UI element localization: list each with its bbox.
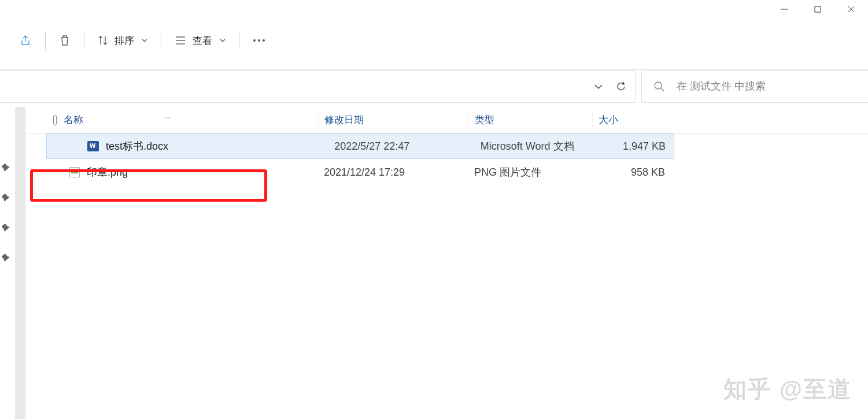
file-row[interactable]: test标书.docx 2022/5/27 22:47 Microsoft Wo… — [46, 134, 674, 159]
file-size-cell: 958 KB — [592, 166, 673, 179]
sort-icon — [97, 35, 109, 46]
toolbar: 排序 查看 — [0, 22, 868, 59]
window-controls — [767, 0, 868, 18]
sidebar — [0, 107, 16, 419]
pin-icon[interactable] — [1, 192, 12, 203]
column-header-type[interactable]: 类型 — [468, 113, 592, 127]
select-all-checkbox[interactable] — [25, 115, 57, 125]
chevron-down-icon — [219, 37, 226, 44]
toolbar-separator — [239, 31, 239, 50]
search-icon — [653, 81, 665, 92]
watermark-text: 知乎 @至道 — [723, 373, 852, 405]
refresh-icon[interactable] — [615, 81, 627, 92]
column-header-name[interactable]: 名称 ︿ — [57, 113, 318, 127]
file-size-cell: 1,947 KB — [595, 140, 674, 153]
sidebar-divider — [15, 107, 25, 419]
toolbar-separator — [45, 31, 46, 50]
column-name-label: 名称 — [64, 114, 83, 125]
file-name: test标书.docx — [106, 139, 168, 153]
maximize-icon — [814, 5, 822, 13]
file-row[interactable]: 印章.png 2021/12/24 17:29 PNG 图片文件 958 KB — [25, 159, 868, 186]
file-list-area: 名称 ︿ 修改日期 类型 大小 test标书.docx 2022/5/27 22… — [25, 107, 868, 419]
sort-button[interactable]: 排序 — [89, 27, 156, 54]
pin-icon[interactable] — [1, 162, 12, 173]
minimize-icon — [780, 5, 788, 13]
sort-label: 排序 — [114, 34, 134, 47]
minimize-button[interactable] — [767, 0, 801, 18]
svg-point-10 — [655, 82, 662, 89]
view-label: 查看 — [193, 34, 212, 47]
search-input[interactable] — [677, 80, 868, 92]
column-modified-label: 修改日期 — [324, 114, 364, 125]
svg-point-7 — [253, 39, 256, 42]
file-modified-cell: 2021/12/24 17:29 — [318, 166, 468, 179]
toolbar-separator — [161, 31, 161, 50]
close-button[interactable] — [834, 0, 868, 18]
view-button[interactable]: 查看 — [166, 27, 234, 54]
ellipsis-icon — [252, 38, 266, 43]
more-button[interactable] — [244, 27, 274, 54]
pin-icon[interactable] — [1, 223, 12, 233]
address-bar[interactable] — [0, 71, 636, 103]
file-name-cell[interactable]: 印章.png — [57, 165, 318, 179]
close-icon — [847, 5, 855, 13]
delete-button[interactable] — [50, 27, 79, 54]
svg-point-8 — [258, 39, 260, 42]
chevron-down-icon — [141, 37, 148, 44]
column-headers: 名称 ︿ 修改日期 类型 大小 — [25, 107, 868, 134]
file-name: 印章.png — [87, 165, 128, 179]
column-header-size[interactable]: 大小 — [592, 113, 673, 127]
column-size-label: 大小 — [599, 114, 618, 125]
svg-rect-1 — [815, 6, 821, 12]
trash-icon — [58, 34, 71, 47]
maximize-button[interactable] — [801, 0, 834, 18]
svg-line-11 — [661, 88, 664, 91]
share-button[interactable] — [12, 27, 40, 54]
search-box[interactable] — [641, 71, 868, 103]
file-modified-cell: 2022/5/27 22:47 — [328, 140, 475, 153]
pin-icon[interactable] — [1, 253, 12, 263]
share-icon — [20, 34, 32, 47]
sort-ascending-icon: ︿ — [164, 112, 171, 122]
file-type-cell: PNG 图片文件 — [468, 165, 592, 179]
svg-point-9 — [263, 39, 265, 42]
column-type-label: 类型 — [475, 114, 494, 125]
image-file-icon — [69, 167, 80, 177]
word-document-icon — [87, 141, 99, 151]
column-header-modified[interactable]: 修改日期 — [318, 113, 468, 127]
toolbar-separator — [84, 31, 84, 50]
view-list-icon — [174, 35, 187, 46]
file-name-cell[interactable]: test标书.docx — [75, 139, 328, 153]
chevron-down-icon[interactable] — [593, 81, 604, 92]
address-search-row — [0, 69, 868, 103]
file-type-cell: Microsoft Word 文档 — [475, 139, 595, 153]
